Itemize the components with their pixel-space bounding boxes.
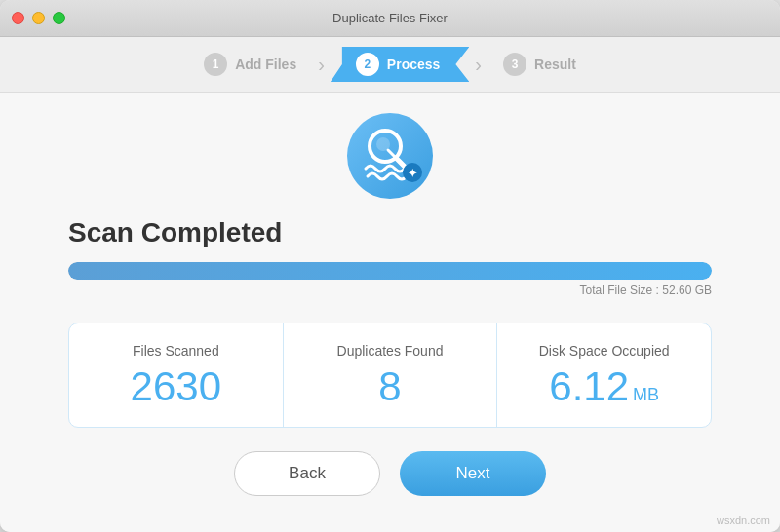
watermark: wsxdn.com bbox=[717, 514, 770, 526]
main-content: ✦ Scan Completed Total File Size : 52.60… bbox=[0, 93, 780, 532]
traffic-lights bbox=[12, 12, 65, 24]
step-2-process[interactable]: 2 Process bbox=[331, 47, 469, 82]
svg-text:✦: ✦ bbox=[408, 167, 417, 180]
step-1-number: 1 bbox=[204, 53, 227, 76]
minimize-button[interactable] bbox=[32, 12, 45, 24]
stat-files-scanned: Files Scanned 2630 bbox=[69, 323, 284, 427]
stat-duplicates-found-label: Duplicates Found bbox=[337, 343, 444, 359]
scan-icon: ✦ bbox=[346, 112, 434, 200]
step-3-label: Result bbox=[534, 57, 576, 72]
svg-point-0 bbox=[347, 113, 433, 199]
step-2-label: Process bbox=[387, 57, 440, 72]
chevron-1: › bbox=[318, 54, 325, 76]
step-navigation: 1 Add Files › 2 Process › 3 Result bbox=[0, 37, 780, 93]
app-window: Duplicate Files Fixer 1 Add Files › 2 Pr… bbox=[0, 0, 780, 532]
title-bar: Duplicate Files Fixer bbox=[0, 0, 780, 37]
stats-box: Files Scanned 2630 Duplicates Found 8 Di… bbox=[68, 323, 712, 428]
maximize-button[interactable] bbox=[53, 12, 65, 24]
progress-label: Total File Size : 52.60 GB bbox=[68, 284, 712, 297]
chevron-2: › bbox=[475, 54, 482, 76]
scan-title: Scan Completed bbox=[68, 217, 712, 248]
step-3-number: 3 bbox=[503, 53, 526, 76]
stat-disk-space-value: 6.12 bbox=[549, 366, 629, 407]
progress-bar-fill bbox=[68, 262, 712, 280]
next-button[interactable]: Next bbox=[400, 451, 546, 496]
window-title: Duplicate Files Fixer bbox=[332, 11, 448, 25]
stat-duplicates-found-value: 8 bbox=[378, 366, 401, 407]
stat-disk-space-label: Disk Space Occupied bbox=[539, 343, 670, 359]
step-3-result[interactable]: 3 Result bbox=[486, 48, 594, 81]
stat-duplicates-found: Duplicates Found 8 bbox=[284, 323, 498, 427]
step-1-label: Add Files bbox=[235, 57, 296, 72]
button-row: Back Next bbox=[234, 451, 546, 496]
progress-container: Total File Size : 52.60 GB bbox=[68, 262, 712, 297]
stat-disk-space: Disk Space Occupied 6.12 MB bbox=[497, 323, 711, 427]
stat-files-scanned-label: Files Scanned bbox=[133, 343, 219, 359]
step-2-number: 2 bbox=[356, 53, 379, 76]
close-button[interactable] bbox=[12, 12, 24, 24]
back-button[interactable]: Back bbox=[234, 451, 380, 496]
progress-bar-background bbox=[68, 262, 712, 280]
step-1-add-files[interactable]: 1 Add Files bbox=[186, 48, 314, 81]
stat-disk-space-unit: MB bbox=[633, 385, 659, 405]
stat-files-scanned-value: 2630 bbox=[131, 366, 221, 407]
stat-disk-space-value-group: 6.12 MB bbox=[549, 366, 659, 407]
